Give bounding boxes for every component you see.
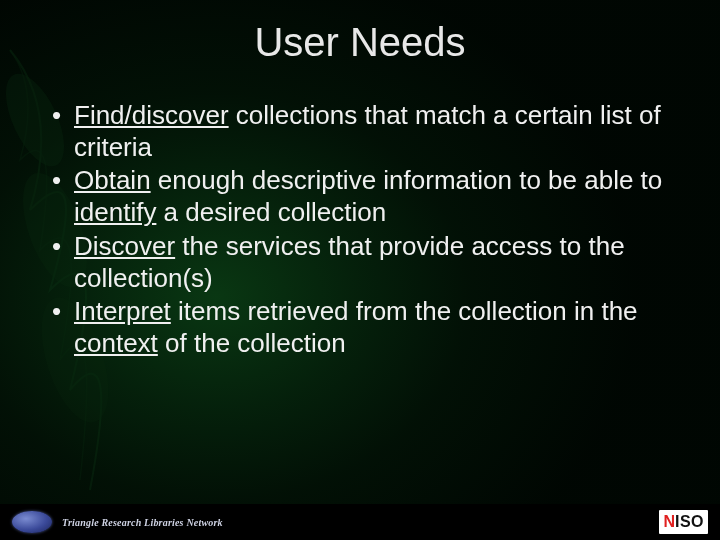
trln-oval-icon [12, 511, 52, 533]
trln-logo: Triangle Research Libraries Network [12, 511, 223, 533]
bullet-item: •Discover the services that provide acce… [48, 231, 668, 294]
bullet-text: Discover the services that provide acces… [74, 231, 668, 294]
bullet-dot-icon: • [48, 100, 74, 163]
bullet-dot-icon: • [48, 231, 74, 294]
slide: User Needs •Find/discover collections th… [0, 0, 720, 540]
bullet-text: Obtain enough descriptive information to… [74, 165, 668, 228]
bullet-list: •Find/discover collections that match a … [48, 100, 668, 362]
niso-logo: NISO [659, 510, 708, 534]
niso-n: N [663, 513, 675, 531]
bullet-text: Interpret items retrieved from the colle… [74, 296, 668, 359]
bullet-item: •Interpret items retrieved from the coll… [48, 296, 668, 359]
bullet-item: •Find/discover collections that match a … [48, 100, 668, 163]
footer-bar: Triangle Research Libraries Network NISO [0, 504, 720, 540]
bullet-dot-icon: • [48, 165, 74, 228]
bullet-item: •Obtain enough descriptive information t… [48, 165, 668, 228]
niso-iso: ISO [675, 513, 704, 531]
slide-title: User Needs [0, 20, 720, 65]
bullet-dot-icon: • [48, 296, 74, 359]
bullet-text: Find/discover collections that match a c… [74, 100, 668, 163]
trln-text: Triangle Research Libraries Network [62, 517, 223, 528]
